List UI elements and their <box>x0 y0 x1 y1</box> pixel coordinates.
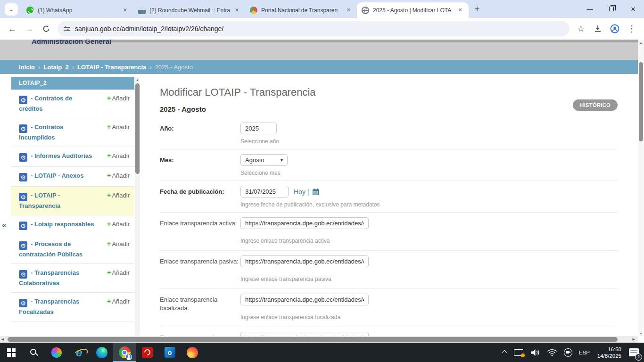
sidebar-item[interactable]: - Transparencias Colaborativas +Añadir <box>11 264 134 293</box>
language-indicator[interactable]: ESP <box>576 343 593 362</box>
site-settings-icon[interactable] <box>64 26 70 32</box>
tray-meet-now-button[interactable] <box>561 343 576 362</box>
downloads-button[interactable] <box>589 21 606 37</box>
menu-button[interactable]: ⋮ <box>623 21 640 37</box>
field-input[interactable]: 31/07/2025 <box>240 186 289 197</box>
add-link[interactable]: +Añadir <box>107 123 130 131</box>
tab-favicon-icon <box>250 7 257 14</box>
sidebar-item-label[interactable]: - Transparencias Focalizadas <box>19 298 79 315</box>
scroll-left-arrow-icon[interactable]: ◀ <box>1 336 4 343</box>
sidebar-item[interactable]: - LOTAIP - Transparencia +Añadir <box>11 187 134 215</box>
admin-site-title[interactable]: Administración General <box>32 40 111 45</box>
taskbar-search-button[interactable] <box>23 343 45 362</box>
taskbar-copilot-button[interactable] <box>45 343 68 362</box>
sidebar-item-label[interactable]: - Procesos de contratación Públicas <box>19 240 83 258</box>
back-button[interactable]: ← <box>4 21 21 37</box>
sidebar-item[interactable]: - Informes Auditorías +Añadir <box>11 147 134 167</box>
tray-cast-button[interactable] <box>511 343 527 362</box>
add-link[interactable]: +Añadir <box>107 151 130 159</box>
taskbar-internet-explorer-button[interactable]: e <box>68 343 91 362</box>
sidebar-spacer <box>11 321 134 336</box>
field-input[interactable]: Agosto ▾ <box>240 154 288 166</box>
taskbar-firefox-button[interactable] <box>181 343 204 362</box>
url-text[interactable]: sanjuan.gob.ec/admin/lotaip_2/lotaipv2/2… <box>75 25 223 33</box>
sidebar-item-label[interactable]: - Transparencias Colaborativas <box>19 269 79 287</box>
tab-close-icon[interactable]: ✕ <box>457 6 464 14</box>
sidebar-item[interactable]: - LOTAIP - Anexos +Añadir <box>11 167 134 187</box>
sidebar-item[interactable]: - Lotaip responsables +Añadir <box>11 215 134 235</box>
taskbar-outlook-button[interactable]: o <box>158 343 181 362</box>
scroll-up-arrow-icon[interactable]: ▲ <box>638 40 644 46</box>
taskbar: e o ESP 16:50 14/8/2025 2 <box>0 343 644 362</box>
field-input[interactable]: https://transparencia.dpe.gob.ec/entidad… <box>240 294 369 305</box>
sidebar-item-icon <box>19 193 27 201</box>
bookmark-star-button[interactable]: ☆ <box>572 21 589 37</box>
tab-search-button[interactable]: ⌄ <box>5 3 18 16</box>
sidebar-item-label[interactable]: - Lotaip responsables <box>31 221 94 228</box>
browser-tab[interactable]: 2025 - Agosto | Modificar LOTA ✕ <box>357 2 469 18</box>
taskbar-edge-button[interactable] <box>91 343 113 362</box>
field-input[interactable]: https://transparencia.dpe.gob.ec/entidad… <box>240 255 369 267</box>
breadcrumb-item[interactable]: LOTAIP - Transparencia <box>77 64 146 71</box>
calendar-icon[interactable] <box>312 188 320 196</box>
taskbar-acrobat-button[interactable] <box>136 343 158 362</box>
tab-close-icon[interactable]: ✕ <box>345 6 352 14</box>
add-link[interactable]: +Añadir <box>107 171 130 179</box>
restore-button[interactable] <box>601 0 622 18</box>
horizontal-scrollbar-thumb[interactable] <box>8 337 618 342</box>
taskbar-chrome-button[interactable] <box>113 343 136 362</box>
sidebar-item[interactable]: - Contratos incumplidos +Añadir <box>11 118 134 147</box>
close-window-button[interactable]: ✕ <box>622 0 644 18</box>
add-link[interactable]: +Añadir <box>107 220 130 228</box>
browser-tab[interactable]: (1) WhatsApp ✕ <box>22 2 133 18</box>
notification-center-button[interactable]: 2 <box>626 343 642 362</box>
breadcrumb-item[interactable]: 2025 - Agosto <box>155 64 193 71</box>
field-input[interactable]: https://transparencia.dpe.gob.ec/entidad… <box>240 217 369 229</box>
minimize-button[interactable]: — <box>579 0 601 18</box>
add-link[interactable]: +Añadir <box>107 94 130 102</box>
sidebar-item-label[interactable]: - LOTAIP - Anexos <box>31 172 83 179</box>
breadcrumb-item[interactable]: Lotaip_2 <box>43 64 68 71</box>
add-link[interactable]: +Añadir <box>107 191 130 199</box>
add-link[interactable]: +Añadir <box>107 239 130 247</box>
chrome-profile-badge <box>125 354 132 360</box>
tray-expand-button[interactable] <box>500 343 511 362</box>
tab-close-icon[interactable]: ✕ <box>122 6 129 14</box>
reload-button[interactable] <box>38 21 55 37</box>
scroll-down-arrow-icon[interactable]: ▼ <box>638 332 644 335</box>
sidebar-item[interactable]: - Procesos de contratación Públicas +Aña… <box>11 235 134 264</box>
breadcrumb-item[interactable]: Inicio <box>19 64 35 71</box>
add-link[interactable]: +Añadir <box>107 268 130 276</box>
sidebar-item-label[interactable]: - Informes Auditorías <box>31 152 92 159</box>
notification-badge: 2 <box>635 354 642 361</box>
profile-button[interactable] <box>606 21 623 37</box>
page-vertical-scrollbar[interactable]: ▲ ▼ <box>638 40 644 336</box>
browser-tab[interactable]: Portal Nacional de Transparen ✕ <box>245 2 357 18</box>
tray-network-button[interactable] <box>544 343 561 362</box>
scroll-right-arrow-icon[interactable]: ▶ <box>633 336 635 343</box>
start-button[interactable] <box>0 343 23 362</box>
historico-button[interactable]: HISTÓRICO <box>573 99 618 111</box>
sidebar-scrollbar-thumb[interactable] <box>135 83 140 174</box>
breadcrumb-separator: › <box>149 64 151 71</box>
field-label: Enlace transparencia pasiva: <box>160 255 240 282</box>
sidebar-item[interactable]: - Transparencias Focalizadas +Añadir <box>11 293 134 321</box>
scroll-up-arrow-icon[interactable]: ▲ <box>135 77 140 83</box>
url-bar[interactable]: sanjuan.gob.ec/admin/lotaip_2/lotaipv2/2… <box>58 21 570 36</box>
field-input[interactable]: https://transparencia.dpe.gob.ec/entidad… <box>240 332 369 336</box>
sidebar-item-icon <box>19 299 27 307</box>
forward-button[interactable]: → <box>21 21 38 37</box>
sidebar-collapse-button[interactable]: « <box>2 221 6 230</box>
tab-close-icon[interactable]: ✕ <box>233 6 240 14</box>
today-link[interactable]: Hoy | <box>294 188 320 196</box>
browser-tab[interactable]: (2) Roundcube Webmail :: Entra ✕ <box>133 2 245 18</box>
new-tab-button[interactable]: + <box>471 2 484 16</box>
tray-volume-button[interactable] <box>527 343 544 362</box>
taskbar-clock[interactable]: 16:50 14/8/2025 <box>593 346 626 359</box>
sidebar-scrollbar[interactable]: ▲ <box>135 77 140 336</box>
page-horizontal-scrollbar[interactable]: ◀ ▶ <box>0 336 638 343</box>
sidebar-item[interactable]: - Contratos de créditos +Añadir <box>11 90 134 118</box>
vertical-scrollbar-thumb[interactable] <box>639 62 643 141</box>
field-input[interactable]: 2025 <box>240 123 277 134</box>
add-link[interactable]: +Añadir <box>107 297 130 305</box>
